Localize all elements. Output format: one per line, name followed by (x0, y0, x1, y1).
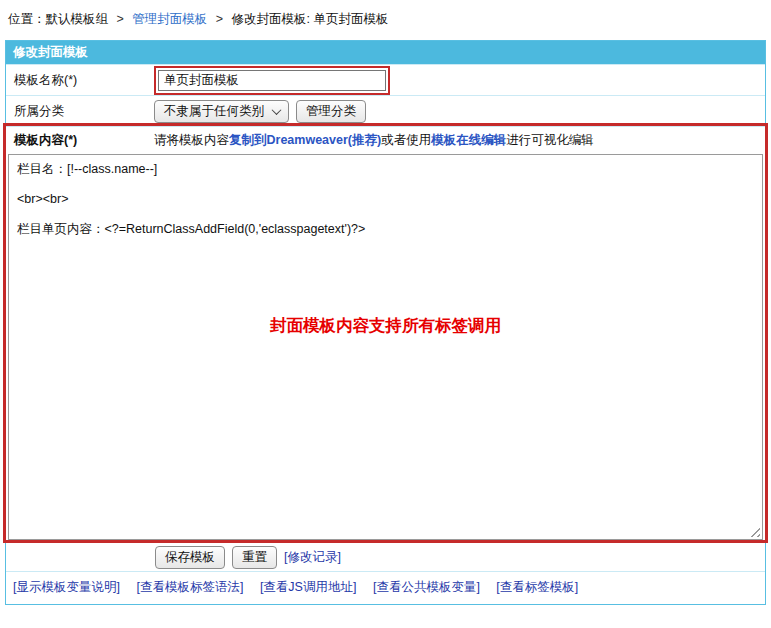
template-name-row: 模板名称(*) (6, 64, 765, 95)
modification-history-link[interactable]: [修改记录] (284, 549, 341, 566)
editor-highlight-note: 封面模板内容支持所有标签调用 (17, 315, 754, 337)
chevron-down-icon (272, 105, 282, 115)
editor-line: <br><br> (17, 192, 754, 207)
reset-button[interactable]: 重置 (232, 546, 277, 569)
manage-category-button[interactable]: 管理分类 (296, 100, 366, 123)
online-edit-link[interactable]: 模板在线编辑 (431, 132, 506, 149)
breadcrumb-link-manage-templates[interactable]: 管理封面模板 (132, 12, 207, 26)
breadcrumb-item-current: 修改封面模板: 单页封面模板 (232, 12, 389, 26)
category-row: 所属分类 不隶属于任何类别 管理分类 (6, 95, 765, 126)
hint-text: 进行可视化编辑 (506, 132, 594, 149)
show-template-vars-link[interactable]: [显示模板变量说明] (13, 580, 120, 594)
annotation-box-input (154, 66, 390, 95)
resize-handle-icon[interactable] (747, 524, 760, 537)
breadcrumb-item-group: 默认模板组 (46, 12, 109, 26)
category-cell: 不隶属于任何类别 管理分类 (154, 100, 765, 123)
template-name-cell (154, 66, 765, 95)
view-js-url-link[interactable]: [查看JS调用地址] (260, 580, 357, 594)
category-select-value: 不隶属于任何类别 (164, 103, 264, 120)
footer-links-row: [显示模板变量说明] [查看模板标签语法] [查看JS调用地址] [查看公共模板… (6, 571, 765, 604)
view-tag-template-link[interactable]: [查看标签模板] (496, 580, 578, 594)
template-name-label: 模板名称(*) (6, 72, 154, 89)
edit-template-panel: 修改封面模板 模板名称(*) 所属分类 不隶属于任何类别 管理分类 模板内容(*… (5, 40, 766, 605)
breadcrumb: 位置：默认模板组 > 管理封面模板 > 修改封面模板: 单页封面模板 (0, 0, 771, 40)
template-name-input[interactable] (158, 70, 386, 91)
editor-line: 栏目名：[!--class.name--] (17, 162, 754, 177)
hint-text: 或者使用 (381, 132, 431, 149)
category-select[interactable]: 不隶属于任何类别 (154, 100, 289, 123)
template-content-header-row: 模板内容(*) 请将模板内容复制到Dreamweaver(推荐)或者使用模板在线… (6, 126, 765, 154)
breadcrumb-prefix: 位置： (8, 12, 46, 26)
category-label: 所属分类 (6, 103, 154, 120)
actions-row: 保存模板 重置 [修改记录] (6, 542, 765, 571)
editor-line: 栏目单页内容：<?=ReturnClassAddField(0,'eclassp… (17, 222, 754, 237)
template-content-label: 模板内容(*) (6, 132, 154, 149)
view-public-vars-link[interactable]: [查看公共模板变量] (373, 580, 480, 594)
hint-text: 请将模板内容 (154, 132, 229, 149)
panel-title: 修改封面模板 (6, 41, 765, 64)
breadcrumb-separator: > (216, 12, 223, 26)
breadcrumb-separator: > (116, 12, 123, 26)
template-content-hint: 请将模板内容复制到Dreamweaver(推荐)或者使用模板在线编辑进行可视化编… (154, 132, 765, 149)
template-content-textarea[interactable]: 栏目名：[!--class.name--] <br><br> 栏目单页内容：<?… (8, 154, 763, 540)
save-template-button[interactable]: 保存模板 (155, 546, 225, 569)
view-tag-syntax-link[interactable]: [查看模板标签语法] (136, 580, 243, 594)
dreamweaver-copy-link[interactable]: 复制到Dreamweaver(推荐) (229, 132, 381, 149)
